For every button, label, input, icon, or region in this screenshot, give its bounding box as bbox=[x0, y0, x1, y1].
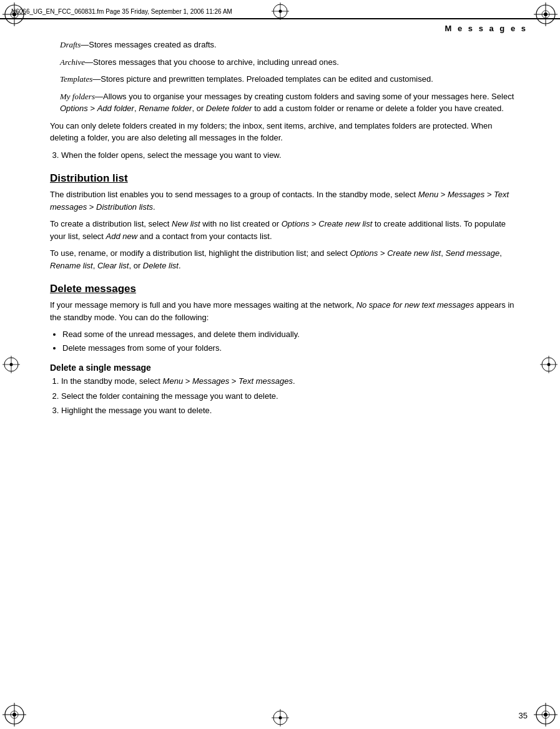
archive-paragraph: Archive—Stores messages that you choose … bbox=[60, 56, 523, 69]
mid-bottom-decoration bbox=[272, 709, 289, 727]
dist-para1-end: . bbox=[153, 202, 155, 212]
dist-gt5: > bbox=[378, 248, 387, 258]
svg-point-18 bbox=[544, 713, 548, 717]
dist-para1-1: The distribution list enables you to sen… bbox=[50, 190, 418, 199]
myfolders-addfolder: Add folder bbox=[97, 104, 134, 113]
svg-point-8 bbox=[544, 12, 548, 16]
single-step1-1: In the standby mode, select bbox=[61, 376, 163, 386]
mid-left-decoration bbox=[2, 356, 20, 373]
myfolders-renamefolder: Rename folder bbox=[139, 104, 192, 113]
single-step3-text: Highlight the message you want to delete… bbox=[61, 406, 212, 415]
corner-tr-decoration bbox=[534, 2, 558, 26]
archive-text: —Stores messages that you choose to arch… bbox=[85, 57, 339, 67]
svg-point-13 bbox=[12, 713, 16, 717]
myfolders-text2: to add a custom folder or rename or dele… bbox=[252, 104, 504, 113]
templates-paragraph: Templates—Stores picture and prewritten … bbox=[60, 73, 523, 86]
dist-options2: Options bbox=[350, 248, 378, 258]
svg-point-27 bbox=[548, 363, 551, 366]
step3-list: When the folder opens, select the messag… bbox=[61, 149, 523, 162]
dist-messages: Messages bbox=[448, 190, 484, 199]
mid-top-decoration bbox=[272, 2, 289, 20]
single-step3-item: Highlight the message you want to delete… bbox=[61, 404, 523, 417]
delete-bullet2-text: Delete messages from some of your folder… bbox=[62, 343, 222, 353]
dist-gt4: > bbox=[309, 219, 318, 228]
drafts-text: —Stores messages created as drafts. bbox=[81, 40, 216, 49]
single-step2-item: Select the folder containing the message… bbox=[61, 390, 523, 403]
header-text: N6066_UG_EN_FCC_060831.fm Page 35 Friday… bbox=[11, 8, 232, 15]
dist-renamelist: Rename list bbox=[50, 261, 93, 270]
dist-comma2: , bbox=[499, 248, 502, 258]
dist-addnew: Add new bbox=[106, 232, 138, 241]
myfolders-gt1: > bbox=[88, 104, 97, 113]
protect-text: You can only delete folders created in m… bbox=[50, 121, 492, 143]
step3-text: When the folder opens, select the messag… bbox=[61, 150, 282, 160]
drafts-paragraph: Drafts—Stores messages created as drafts… bbox=[60, 39, 523, 51]
dist-createnewlist2: Create new list bbox=[387, 248, 441, 258]
corner-bl-decoration bbox=[2, 703, 26, 727]
dist-comma4: , or bbox=[129, 261, 142, 270]
delete-paragraph1: If your message memory is full and you h… bbox=[50, 299, 523, 323]
dist-clearlist: Clear list bbox=[97, 261, 129, 270]
delete-nospacelabel: No space for new text messages bbox=[356, 300, 474, 310]
page-container: N6066_UG_EN_FCC_060831.fm Page 35 Friday… bbox=[0, 0, 560, 729]
delete-bullet1-item: Read some of the unread messages, and de… bbox=[62, 328, 523, 341]
single-messages: Messages bbox=[192, 376, 229, 386]
svg-point-35 bbox=[278, 717, 282, 720]
archive-label: Archive bbox=[60, 57, 85, 67]
subsection-single-heading: Delete a single message bbox=[50, 363, 523, 373]
page-number: 35 bbox=[519, 711, 528, 720]
dist-sendmessage: Send message bbox=[445, 248, 499, 258]
step3-item: When the folder opens, select the messag… bbox=[61, 149, 523, 162]
dist-para2-4: and a contact from your contacts list. bbox=[137, 232, 272, 241]
dist-gt2: > bbox=[484, 190, 494, 199]
delete-para1-1: If your message memory is full and you h… bbox=[50, 300, 356, 310]
dist-deletelist: Delete list bbox=[143, 261, 179, 270]
page-title: M e s s a g e s bbox=[445, 24, 528, 33]
dist-para2-2: with no list created or bbox=[200, 219, 282, 228]
single-textmessages: Text messages bbox=[238, 376, 293, 386]
corner-br-decoration bbox=[534, 703, 558, 727]
myfolders-deletefolder: Delete folder bbox=[206, 104, 252, 113]
delete-bullet-list: Read some of the unread messages, and de… bbox=[62, 328, 523, 354]
protection-paragraph: You can only delete folders created in m… bbox=[50, 120, 523, 144]
myfolders-comma2: , or bbox=[192, 104, 205, 113]
svg-point-3 bbox=[12, 12, 16, 16]
myfolders-text1: —Allows you to organise your messages by… bbox=[95, 92, 514, 101]
dist-options: Options bbox=[282, 219, 310, 228]
myfolders-label: My folders bbox=[60, 92, 95, 101]
dist-lists: Distribution lists bbox=[96, 202, 153, 212]
main-content: Drafts—Stores messages created as drafts… bbox=[50, 39, 523, 698]
myfolders-paragraph: My folders—Allows you to organise your m… bbox=[60, 91, 523, 115]
single-menu: Menu bbox=[163, 376, 184, 386]
dist-createnewlist: Create new list bbox=[318, 219, 372, 228]
dist-gt3: > bbox=[87, 202, 96, 212]
delete-bullet1-text: Read some of the unread messages, and de… bbox=[62, 330, 300, 339]
single-gt1: > bbox=[183, 376, 192, 386]
single-delete-list: In the standby mode, select Menu > Messa… bbox=[61, 375, 523, 417]
single-gt2: > bbox=[229, 376, 238, 386]
dist-para2-1: To create a distribution list, select bbox=[50, 219, 172, 228]
drafts-label: Drafts bbox=[60, 40, 81, 49]
dist-gt1: > bbox=[438, 190, 448, 199]
delete-bullet2-item: Delete messages from some of your folder… bbox=[62, 342, 523, 355]
dist-para3-end: . bbox=[179, 261, 181, 270]
mid-right-decoration bbox=[540, 356, 558, 373]
dist-paragraph3: To use, rename, or modify a distribution… bbox=[50, 247, 523, 272]
svg-point-23 bbox=[10, 363, 13, 366]
corner-tl-decoration bbox=[2, 2, 26, 26]
dist-paragraph2: To create a distribution list, select Ne… bbox=[50, 218, 523, 242]
templates-label: Templates bbox=[60, 74, 92, 84]
single-step2-text: Select the folder containing the message… bbox=[61, 391, 278, 401]
dist-newlist: New list bbox=[172, 219, 200, 228]
svg-point-31 bbox=[278, 10, 282, 13]
templates-text: —Stores picture and prewritten templates… bbox=[92, 74, 433, 84]
myfolders-options: Options bbox=[60, 104, 88, 113]
section-distribution-heading: Distribution list bbox=[50, 172, 523, 185]
dist-paragraph1: The distribution list enables you to sen… bbox=[50, 188, 523, 213]
dist-para3-1: To use, rename, or modify a distribution… bbox=[50, 248, 350, 258]
section-delete-heading: Delete messages bbox=[50, 283, 523, 295]
single-step1-item: In the standby mode, select Menu > Messa… bbox=[61, 375, 523, 388]
single-step1-end: . bbox=[293, 376, 295, 386]
dist-comma3: , bbox=[93, 261, 97, 270]
dist-menu: Menu bbox=[418, 190, 439, 199]
